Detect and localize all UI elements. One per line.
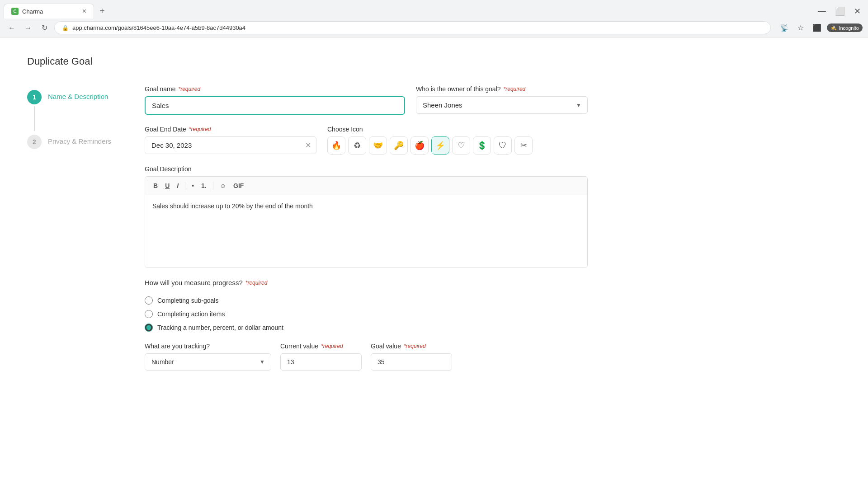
owner-select[interactable]: Sheen Jones <box>416 96 588 114</box>
date-icon-row: Goal End Date *required ✕ Choose Icon 🔥 … <box>145 126 588 155</box>
current-value-required: *required <box>321 343 343 349</box>
goal-value-label: Goal value *required <box>371 343 452 350</box>
tab-title: Charma <box>22 8 79 15</box>
lock-icon: 🔒 <box>62 25 69 31</box>
progress-section-title: How will you measure progress? *required <box>145 279 588 286</box>
window-controls: — ⬜ ✕ <box>814 5 864 18</box>
form-area: Goal name *required Who is the owner of … <box>145 85 588 371</box>
current-value-label: Current value *required <box>280 343 362 350</box>
tracking-type-group: What are you tracking? Number Percent Do… <box>145 343 271 371</box>
extensions-button[interactable]: ⬛ <box>811 22 823 34</box>
steps-sidebar: 1 Name & Description 2 Privacy & Reminde… <box>27 85 127 153</box>
step-2-item: 2 Privacy & Reminders <box>27 135 127 149</box>
goal-name-label: Goal name *required <box>145 85 405 93</box>
goal-name-input[interactable] <box>145 96 405 115</box>
goal-name-group: Goal name *required <box>145 85 405 115</box>
icon-dollar-button[interactable]: 💲 <box>473 136 491 155</box>
radio-sub-goals-label: Completing sub-goals <box>157 297 218 304</box>
owner-label: Who is the owner of this goal? *required <box>416 85 588 93</box>
icon-apple-button[interactable]: 🍎 <box>410 136 429 155</box>
cast-button[interactable]: 📡 <box>778 22 791 34</box>
maximize-button[interactable]: ⬜ <box>831 5 849 18</box>
tab-favicon: C <box>11 8 19 15</box>
goal-name-required: *required <box>178 86 200 92</box>
icon-key-button[interactable]: 🔑 <box>390 136 408 155</box>
browser-chrome: C Charma × + — ⬜ ✕ ← → ↻ 🔒 app.charma.co… <box>0 0 868 38</box>
radio-tracking-input[interactable] <box>145 324 153 332</box>
date-input-wrapper: ✕ <box>145 136 316 154</box>
toolbar-sep-1 <box>185 182 185 190</box>
new-tab-button[interactable]: + <box>96 4 108 18</box>
incognito-label: Incognito <box>839 25 859 31</box>
radio-action-items[interactable]: Completing action items <box>145 310 588 318</box>
tracking-label: What are you tracking? <box>145 343 271 350</box>
italic-button[interactable]: I <box>174 180 181 191</box>
bookmark-button[interactable]: ☆ <box>794 22 807 34</box>
incognito-badge: 🕵 Incognito <box>827 23 863 32</box>
goal-value-required: *required <box>404 343 426 349</box>
editor-toolbar: B U I • 1. ☺ GIF <box>145 177 587 195</box>
icon-scissors-button[interactable]: ✂ <box>514 136 533 155</box>
icon-chooser: 🔥 ♻ 🤝 🔑 🍎 ⚡ ♡ 💲 🛡 ✂ <box>327 136 533 155</box>
step-1-connector-wrapper: 1 <box>27 90 42 131</box>
date-clear-button[interactable]: ✕ <box>305 141 311 150</box>
description-label: Goal Description <box>145 165 588 173</box>
goal-value-input[interactable] <box>371 353 452 371</box>
name-owner-row: Goal name *required Who is the owner of … <box>145 85 588 115</box>
radio-sub-goals[interactable]: Completing sub-goals <box>145 296 588 305</box>
radio-tracking[interactable]: Tracking a number, percent, or dollar am… <box>145 324 588 332</box>
progress-required: *required <box>245 280 268 286</box>
ordered-list-button[interactable]: 1. <box>198 180 209 191</box>
step-connector <box>34 106 35 131</box>
radio-action-items-label: Completing action items <box>157 310 225 318</box>
page-content: Duplicate Goal 1 Name & Description 2 Pr… <box>0 38 868 488</box>
current-value-group: Current value *required <box>280 343 362 371</box>
gif-button[interactable]: GIF <box>231 180 246 191</box>
reload-button[interactable]: ↻ <box>38 22 51 34</box>
emoji-button[interactable]: ☺ <box>217 180 229 191</box>
radio-sub-goals-input[interactable] <box>145 296 153 305</box>
icon-chooser-group: Choose Icon 🔥 ♻ 🤝 🔑 🍎 ⚡ ♡ 💲 🛡 ✂ <box>327 126 533 155</box>
step-2-circle: 2 <box>27 135 42 149</box>
url-text: app.charma.com/goals/81645ee6-10aa-4e74-… <box>72 24 245 31</box>
unordered-list-button[interactable]: • <box>189 180 197 191</box>
progress-group: How will you measure progress? *required… <box>145 279 588 332</box>
end-date-label: Goal End Date *required <box>145 126 316 133</box>
address-bar[interactable]: 🔒 app.charma.com/goals/81645ee6-10aa-4e7… <box>54 21 771 34</box>
owner-select-wrapper: Sheen Jones <box>416 96 588 114</box>
date-input[interactable] <box>145 136 316 154</box>
radio-action-items-input[interactable] <box>145 310 153 318</box>
tracking-select-wrapper: Number Percent Dollar Amount <box>145 353 271 371</box>
step-1-label[interactable]: Name & Description <box>48 90 108 100</box>
icon-recycle-button[interactable]: ♻ <box>348 136 366 155</box>
step-2-connector-wrapper: 2 <box>27 135 42 149</box>
tracking-row: What are you tracking? Number Percent Do… <box>145 343 588 371</box>
back-button[interactable]: ← <box>5 22 18 34</box>
active-tab[interactable]: C Charma × <box>4 4 94 19</box>
step-2-label[interactable]: Privacy & Reminders <box>48 135 111 145</box>
toolbar-sep-2 <box>213 182 213 190</box>
current-value-input[interactable] <box>280 353 362 371</box>
bold-button[interactable]: B <box>151 180 160 191</box>
minimize-button[interactable]: — <box>814 5 830 18</box>
forward-button[interactable]: → <box>22 22 34 34</box>
icon-heart-button[interactable]: ♡ <box>452 136 470 155</box>
end-date-required: *required <box>189 126 211 132</box>
owner-required: *required <box>504 86 526 92</box>
step-1-item: 1 Name & Description <box>27 90 127 131</box>
description-group: Goal Description B U I • 1. ☺ GIF Sa <box>145 165 588 268</box>
icon-shield-button[interactable]: 🛡 <box>494 136 512 155</box>
tracking-select[interactable]: Number Percent Dollar Amount <box>145 353 271 371</box>
step-1-circle: 1 <box>27 90 42 104</box>
underline-button[interactable]: U <box>162 180 172 191</box>
progress-radio-group: Completing sub-goals Completing action i… <box>145 296 588 332</box>
tab-close-button[interactable]: × <box>82 8 86 15</box>
icon-flame-button[interactable]: 🔥 <box>327 136 345 155</box>
form-layout: 1 Name & Description 2 Privacy & Reminde… <box>27 85 841 371</box>
close-window-button[interactable]: ✕ <box>850 5 864 18</box>
icon-handshake-button[interactable]: 🤝 <box>369 136 387 155</box>
choose-icon-label: Choose Icon <box>327 126 533 133</box>
description-editor[interactable]: Sales should increase up to 20% by the e… <box>145 195 587 267</box>
owner-group: Who is the owner of this goal? *required… <box>416 85 588 115</box>
icon-bolt-button[interactable]: ⚡ <box>431 136 449 155</box>
